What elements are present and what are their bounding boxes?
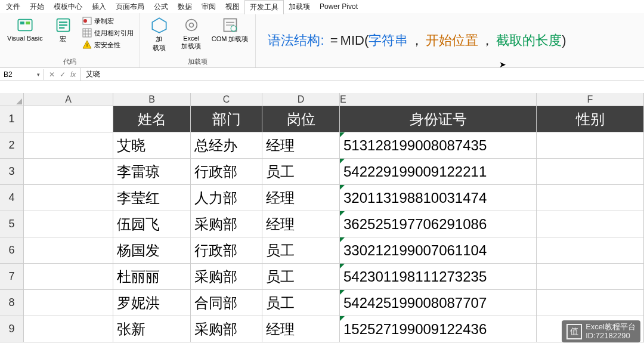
column-header[interactable]: D [262, 93, 340, 106]
cell[interactable] [537, 264, 644, 290]
visual-basic-button[interactable]: Visual Basic [5, 16, 45, 43]
column-header[interactable]: F [537, 93, 644, 106]
cell[interactable] [24, 290, 113, 316]
name-box[interactable]: B2 ▾ [0, 69, 44, 80]
cell[interactable]: 伍园飞 [113, 211, 191, 237]
cancel-icon[interactable]: ✕ [49, 70, 55, 79]
cell[interactable] [24, 211, 113, 237]
menu-item[interactable]: 视图 [221, 0, 244, 14]
cell[interactable]: 合同部 [191, 290, 262, 316]
row-header[interactable]: 2 [0, 132, 24, 159]
cell[interactable]: 采购部 [191, 316, 262, 342]
excel-addins-button[interactable]: Excel 加载项 [177, 16, 206, 52]
confirm-icon[interactable]: ✓ [60, 70, 66, 79]
macro-security-button[interactable]: ! 宏安全性 [81, 39, 135, 50]
menu-item[interactable]: 页面布局 [111, 0, 149, 14]
cell[interactable]: 员工 [262, 290, 340, 316]
cell[interactable]: 采购部 [191, 264, 262, 290]
formula-bar-input[interactable]: 艾晓 [81, 68, 644, 81]
cell[interactable]: 总经办 [191, 132, 262, 159]
com-addins-button[interactable]: COM 加载项 [209, 16, 251, 45]
cell[interactable]: 性别 [537, 106, 644, 132]
cell[interactable]: 行政部 [191, 237, 262, 264]
cell[interactable] [537, 290, 644, 316]
cell[interactable] [24, 316, 113, 342]
addins-button[interactable]: 加 载项 [145, 16, 174, 54]
menu-item[interactable]: 开始 [25, 0, 49, 14]
row-header[interactable]: 3 [0, 159, 24, 185]
fx-icon[interactable]: fx [70, 70, 76, 79]
row-header[interactable]: 7 [0, 264, 24, 290]
cell[interactable]: 362525197706291086 [340, 211, 537, 237]
cell[interactable]: 542301198111273235 [340, 264, 537, 290]
cell[interactable]: 员工 [262, 237, 340, 264]
cell[interactable]: 采购部 [191, 211, 262, 237]
cell[interactable]: 人力部 [191, 185, 262, 211]
svg-rect-1 [20, 21, 24, 24]
cell[interactable]: 岗位 [262, 106, 340, 132]
menu-item[interactable]: 公式 [149, 0, 173, 14]
menu-item[interactable]: 开发工具 [244, 0, 284, 14]
row-header[interactable]: 4 [0, 185, 24, 211]
cell[interactable] [537, 211, 644, 237]
column-header[interactable]: A [24, 93, 113, 106]
column-header[interactable]: B [113, 93, 191, 106]
column-header[interactable]: C [191, 93, 262, 106]
menu-item[interactable]: 加载项 [284, 0, 315, 14]
menu-item[interactable]: 审阅 [197, 0, 221, 14]
macro-security-label: 宏安全性 [94, 41, 120, 50]
cell[interactable]: 身份证号 [340, 106, 537, 132]
row-header[interactable]: 5 [0, 211, 24, 237]
cell[interactable]: 542229199009122211 [340, 159, 537, 185]
menu-item[interactable]: 插入 [87, 0, 111, 14]
menu-item[interactable]: 文件 [1, 0, 25, 14]
svg-text:!: ! [86, 42, 88, 48]
row-header[interactable]: 9 [0, 316, 24, 342]
row-header[interactable]: 1 [0, 106, 24, 132]
cell[interactable] [24, 185, 113, 211]
visual-basic-label: Visual Basic [7, 35, 43, 42]
cell[interactable] [537, 132, 644, 159]
select-all-corner[interactable] [0, 93, 24, 106]
cell[interactable]: 杜丽丽 [113, 264, 191, 290]
cell[interactable]: 行政部 [191, 159, 262, 185]
row-header[interactable]: 6 [0, 237, 24, 264]
cell[interactable]: 经理 [262, 211, 340, 237]
cell[interactable]: 部门 [191, 106, 262, 132]
menu-item[interactable]: 数据 [173, 0, 197, 14]
cell[interactable] [537, 185, 644, 211]
cell[interactable]: 李雷琼 [113, 159, 191, 185]
cell[interactable]: 杨国发 [113, 237, 191, 264]
cell[interactable]: 李莹红 [113, 185, 191, 211]
menu-item[interactable]: 模板中心 [49, 0, 87, 14]
record-macro-button[interactable]: 录制宏 [81, 16, 135, 26]
cell[interactable] [24, 132, 113, 159]
error-indicator-icon [340, 237, 345, 242]
row-header[interactable]: 8 [0, 290, 24, 316]
column-header[interactable]: E [340, 93, 537, 106]
cell[interactable] [537, 159, 644, 185]
cell[interactable]: 罗妮洪 [113, 290, 191, 316]
cell[interactable] [24, 106, 113, 132]
cell[interactable]: 152527199009122436 [340, 316, 537, 342]
cell[interactable]: 艾晓 [113, 132, 191, 159]
cell[interactable]: 员工 [262, 159, 340, 185]
cell[interactable]: 513128199008087435 [340, 132, 537, 159]
cell[interactable] [24, 237, 113, 264]
cell[interactable] [24, 264, 113, 290]
cell[interactable]: 张新 [113, 316, 191, 342]
macro-icon [55, 17, 72, 33]
cell[interactable]: 姓名 [113, 106, 191, 132]
cell[interactable]: 542425199008087707 [340, 290, 537, 316]
cell[interactable]: 经理 [262, 316, 340, 342]
cell[interactable]: 经理 [262, 132, 340, 159]
cell[interactable] [24, 159, 113, 185]
cell[interactable]: 330212199007061104 [340, 237, 537, 264]
cell[interactable]: 员工 [262, 264, 340, 290]
relative-ref-button[interactable]: 使用相对引用 [81, 27, 135, 38]
cell[interactable]: 经理 [262, 185, 340, 211]
cell[interactable]: 320113198810031474 [340, 185, 537, 211]
cell[interactable] [537, 237, 644, 264]
menu-item[interactable]: Power Pivot [315, 1, 363, 13]
macro-button[interactable]: 宏 [49, 16, 78, 45]
